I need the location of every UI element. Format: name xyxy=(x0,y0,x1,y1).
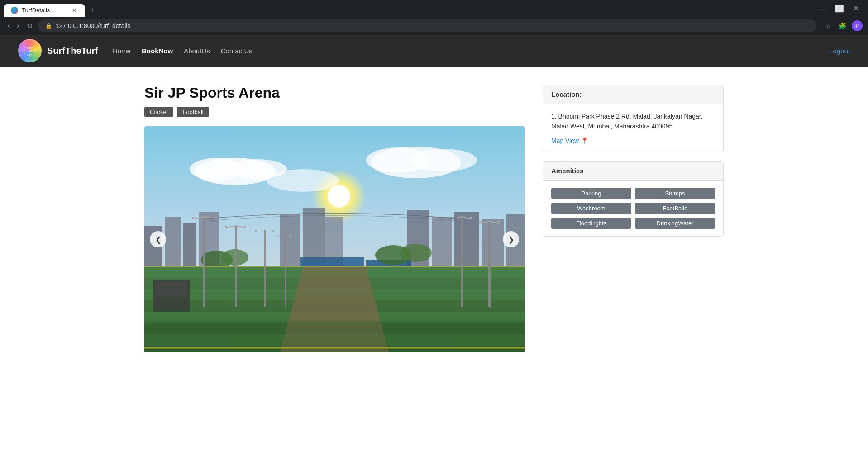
sport-tag-cricket: Cricket xyxy=(144,107,173,117)
map-pin-icon: 📍 xyxy=(581,137,588,144)
tab-favicon xyxy=(11,7,18,14)
browser-controls: ☆ 🧩 P xyxy=(824,20,863,31)
svg-rect-56 xyxy=(264,230,266,307)
svg-point-15 xyxy=(409,149,477,171)
amenities-grid: Parking Stumps Washroom FootBalls FloodL… xyxy=(543,181,723,236)
svg-rect-60 xyxy=(278,235,279,236)
amenities-header: Amenities xyxy=(543,162,723,181)
svg-rect-51 xyxy=(235,226,237,307)
svg-rect-61 xyxy=(289,235,291,236)
svg-point-1 xyxy=(24,39,35,62)
extensions-button[interactable]: 🧩 xyxy=(837,20,848,31)
maximize-button[interactable]: ⬜ xyxy=(831,3,848,14)
amenity-washroom: Washroom xyxy=(551,203,631,214)
sport-tags: Cricket Football xyxy=(144,107,525,117)
nav-home[interactable]: Home xyxy=(113,47,131,55)
location-header: Location: xyxy=(543,85,723,104)
location-body: 1, Bhoomi Park Phase 2 Rd, Malad, Jankal… xyxy=(543,104,723,152)
lock-icon: 🔒 xyxy=(45,23,52,29)
svg-rect-46 xyxy=(203,217,205,307)
amenity-stumps: Stumps xyxy=(635,188,715,199)
svg-point-16 xyxy=(267,169,339,192)
tab-close-button[interactable]: ✕ xyxy=(71,7,78,14)
address-bar-row: ‹ › ↻ 🔒 127.0.0.1:8000/turf_details ☆ 🧩 … xyxy=(0,17,868,35)
svg-point-9 xyxy=(328,185,350,208)
close-button[interactable]: ✕ xyxy=(849,3,863,14)
star-button[interactable]: ☆ xyxy=(824,20,833,31)
turf-image xyxy=(144,126,525,352)
svg-rect-57 xyxy=(255,230,257,232)
nav-contactus[interactable]: ContactUs xyxy=(221,47,253,55)
svg-rect-58 xyxy=(272,230,274,232)
nav-links: Home BookNow AboutUs ContactUs xyxy=(113,47,253,55)
right-section: Location: 1, Bhoomi Park Phase 2 Rd, Mal… xyxy=(543,85,724,352)
svg-text:THE: THE xyxy=(28,51,32,53)
main-content: Sir JP Sports Arena Cricket Football xyxy=(117,67,751,371)
sport-tag-football: Football xyxy=(177,107,209,117)
nav-aboutus[interactable]: AboutUs xyxy=(184,47,210,55)
svg-rect-62 xyxy=(461,217,463,307)
svg-rect-67 xyxy=(488,221,491,307)
location-card: Location: 1, Bhoomi Park Phase 2 Rd, Mal… xyxy=(543,85,724,152)
tab-title: TurfDetails xyxy=(22,7,50,14)
forward-button[interactable]: › xyxy=(15,20,21,32)
svg-text:TURF: TURF xyxy=(27,53,33,56)
amenities-card: Amenities Parking Stumps Washroom FootBa… xyxy=(543,161,724,237)
logout-button[interactable]: Logout xyxy=(829,47,850,55)
venue-title: Sir JP Sports Arena xyxy=(144,85,525,101)
logo-container: SURF THE TURF SurfTheTurf xyxy=(18,39,98,62)
site-header: SURF THE TURF SurfTheTurf Home BookNow A… xyxy=(0,35,868,67)
svg-point-34 xyxy=(400,244,432,262)
reload-button[interactable]: ↻ xyxy=(25,20,34,32)
address-text: 1, Bhoomi Park Phase 2 Rd, Malad, Jankal… xyxy=(551,111,715,132)
svg-point-0 xyxy=(19,39,41,62)
site-title: SurfTheTurf xyxy=(47,46,98,56)
map-view-label: Map View xyxy=(551,137,579,144)
address-bar[interactable]: 🔒 127.0.0.1:8000/turf_details xyxy=(38,19,816,32)
minimize-button[interactable]: — xyxy=(815,4,830,14)
map-view-link[interactable]: Map View 📍 xyxy=(551,137,715,144)
amenity-parking: Parking xyxy=(551,188,631,199)
svg-rect-74 xyxy=(144,321,525,352)
new-tab-button[interactable]: + xyxy=(87,4,99,17)
image-carousel: ❮ ❯ xyxy=(144,126,525,352)
url-text: 127.0.0.1:8000/turf_details xyxy=(56,22,131,29)
carousel-prev-button[interactable]: ❮ xyxy=(150,231,166,247)
amenity-drinkingwater: DrinkingWater xyxy=(635,218,715,229)
back-button[interactable]: ‹ xyxy=(5,20,11,32)
left-section: Sir JP Sports Arena Cricket Football xyxy=(144,85,525,352)
amenity-footballs: FootBalls xyxy=(635,203,715,214)
carousel-next-button[interactable]: ❯ xyxy=(503,231,519,247)
site-logo: SURF THE TURF xyxy=(18,39,42,62)
svg-rect-73 xyxy=(156,282,187,296)
profile-icon[interactable]: P xyxy=(852,20,863,31)
browser-chrome: TurfDetails ✕ + — ⬜ ✕ ‹ › ↻ 🔒 127.0.0.1:… xyxy=(0,0,868,35)
amenity-floodlights: FloodLights xyxy=(551,218,631,229)
carousel-image-wrapper xyxy=(144,126,525,352)
nav-booknow[interactable]: BookNow xyxy=(142,47,173,55)
active-tab[interactable]: TurfDetails ✕ xyxy=(4,4,85,17)
svg-rect-59 xyxy=(285,235,286,307)
svg-text:SURF: SURF xyxy=(27,47,33,49)
